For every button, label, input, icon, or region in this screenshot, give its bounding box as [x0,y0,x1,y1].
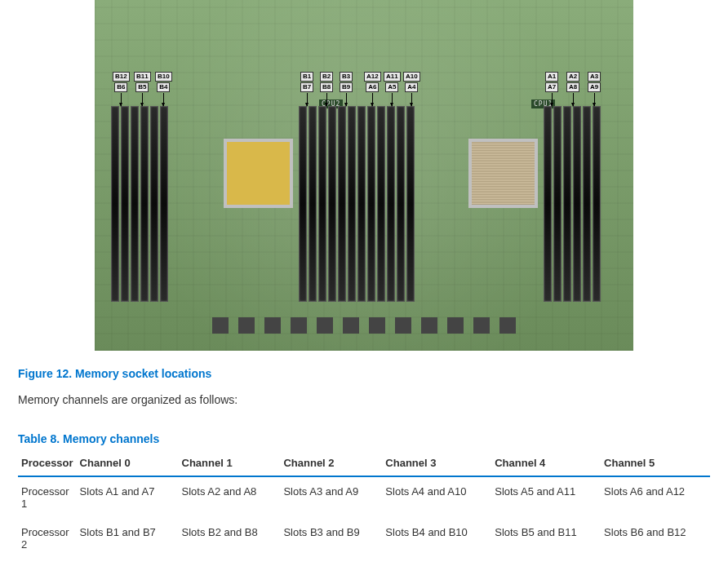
col-header: Channel 4 [491,452,601,476]
cell: Slots A3 and A9 [280,476,382,518]
slot-tag: B1 [300,72,313,82]
slot-tag: A6 [366,82,379,92]
table-title: Table 8. Memory channels [18,432,710,445]
slot-tag: A12 [364,72,381,82]
board-bottom-components [95,305,633,346]
slot-tag: A4 [405,82,418,92]
callout-arrow-icon [142,93,143,106]
slot-tag: A10 [403,72,420,82]
callout-arrow-icon [573,93,574,106]
callout-arrow-icon [346,93,347,106]
slot-label-pair: B12B6 [113,72,130,106]
intro-text: Memory channels are organized as follows… [18,393,710,406]
slot-label-pair: A12A6 [364,72,381,106]
slot-label-pair: A2A8 [566,72,579,106]
slot-tag: A8 [566,82,579,92]
slot-tag: B4 [157,82,170,92]
motherboard-diagram: CPU2 CPU1 B12B6B11B5B10B4 B1B7B2B8B3B9A1… [95,0,633,351]
cell: Slots B6 and B12 [601,518,710,559]
slot-tag: A11 [384,72,401,82]
slot-label-pair: B10B4 [155,72,172,106]
slot-tag: B7 [300,82,313,92]
slot-tag: A2 [566,72,579,82]
table-row: Processor 2 Slots B1 and B7 Slots B2 and… [18,518,710,559]
slot-tag: A7 [545,82,558,92]
callout-arrow-icon [392,93,393,106]
col-header: Processor [18,452,77,476]
cpu1-socket [468,139,538,208]
slot-tag: B3 [340,72,353,82]
callout-arrow-icon [411,93,412,106]
slot-label-pair: A10A4 [403,72,420,106]
slot-label-pair: B2B8 [320,72,333,106]
cell: Slots B5 and B11 [491,518,601,559]
cell: Slots A1 and A7 [77,476,179,518]
dimm-bank-mid [299,106,415,302]
cell: Slots B1 and B7 [77,518,179,559]
slot-tag: A1 [545,72,558,82]
slot-tag: B11 [134,72,151,82]
slot-label-pair: A11A5 [384,72,401,106]
slot-label-pair: B3B9 [340,72,353,106]
slot-tag: A3 [588,72,601,82]
col-header: Channel 1 [179,452,281,476]
slot-label-pair: A3A9 [588,72,601,106]
cpu2-socket [224,139,293,208]
slot-tag: B6 [114,82,127,92]
cell: Slots B4 and B10 [382,518,491,559]
col-header: Channel 3 [382,452,491,476]
callout-arrow-icon [121,93,122,106]
figure-caption: Figure 12. Memory socket locations [18,367,710,380]
col-header: Channel 0 [77,452,179,476]
slot-tag: A9 [588,82,601,92]
callout-arrow-icon [163,93,164,106]
cell: Processor 1 [18,476,77,518]
callout-arrow-icon [326,93,327,106]
cell: Slots B2 and B8 [179,518,281,559]
slot-tag: B12 [113,72,130,82]
slot-label-pair: A1A7 [545,72,558,106]
cell: Slots A4 and A10 [382,476,491,518]
slot-tag: B2 [320,72,333,82]
slot-tag: A5 [385,82,398,92]
slot-tag: B8 [320,82,333,92]
slot-label-pair: B1B7 [300,72,313,106]
col-header: Channel 5 [601,452,710,476]
slot-tag: B5 [135,82,149,92]
cell: Processor 2 [18,518,77,559]
callout-arrow-icon [594,93,595,106]
cell: Slots A2 and A8 [179,476,281,518]
col-header: Channel 2 [280,452,382,476]
slot-tag: B9 [340,82,353,92]
slot-label-pair: B11B5 [134,72,151,106]
dimm-bank-right [544,106,601,302]
cell: Slots A6 and A12 [601,476,710,518]
dimm-bank-left [111,106,168,302]
memory-channels-table: Processor Channel 0 Channel 1 Channel 2 … [18,452,710,559]
cell: Slots B3 and B9 [280,518,382,559]
callout-arrow-icon [372,93,373,106]
callout-arrow-icon [307,93,308,106]
slot-tag: B10 [155,72,172,82]
callout-arrow-icon [552,93,553,106]
table-row: Processor 1 Slots A1 and A7 Slots A2 and… [18,476,710,518]
cell: Slots A5 and A11 [491,476,601,518]
